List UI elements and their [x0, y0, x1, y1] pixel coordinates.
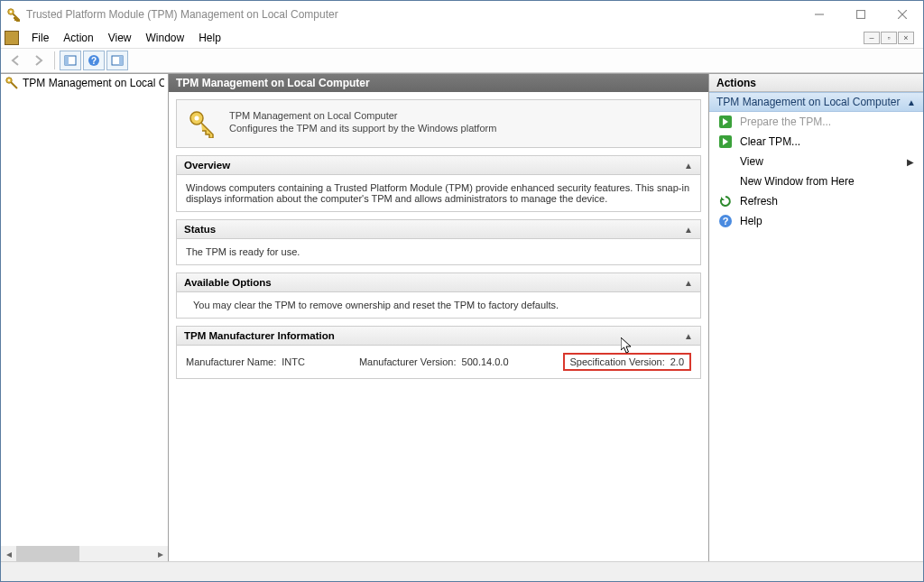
forward-button[interactable] — [28, 51, 50, 70]
action-label: Refresh — [740, 195, 778, 208]
center-pane: TPM Management on Local Computer TPM Man… — [169, 74, 709, 561]
collapse-icon: ▲ — [684, 225, 693, 235]
overview-header[interactable]: Overview ▲ — [177, 156, 700, 175]
manufacturer-name-label: Manufacturer Name: — [186, 356, 276, 367]
manufacturer-header[interactable]: TPM Manufacturer Information ▲ — [177, 327, 700, 346]
action-refresh[interactable]: Refresh — [709, 191, 923, 211]
manufacturer-name-value: INTC — [282, 356, 305, 367]
svg-rect-7 — [65, 56, 69, 65]
toolbar: ? — [1, 48, 923, 73]
intro-subtitle: Configures the TPM and its support by th… — [229, 122, 496, 134]
app-window: Trusted Platform Module (TPM) Management… — [0, 0, 924, 582]
key-icon — [188, 109, 217, 138]
svg-point-1 — [10, 11, 12, 13]
svg-text:?: ? — [91, 56, 97, 66]
tree-pane: TPM Management on Local Comp ◂ ▸ — [1, 74, 169, 561]
help-icon: ? — [718, 214, 733, 228]
arrow-right-green-icon — [718, 115, 733, 129]
menu-bar: File Action View Window Help – ▫ × — [1, 28, 923, 48]
action-new-window[interactable]: New Window from Here — [709, 171, 923, 191]
mdi-restore[interactable]: ▫ — [881, 32, 897, 44]
status-body: The TPM is ready for use. — [177, 239, 700, 264]
action-view[interactable]: View ▶ — [709, 152, 923, 171]
manufacturer-name-cell: Manufacturer Name: INTC — [186, 356, 305, 367]
status-title: Status — [184, 224, 216, 235]
options-title: Available Options — [184, 277, 272, 288]
specification-version-value: 2.0 — [670, 356, 684, 367]
submenu-arrow-icon: ▶ — [907, 157, 914, 167]
collapse-icon: ▲ — [684, 331, 693, 341]
action-label: New Window from Here — [740, 175, 855, 188]
actions-group-header[interactable]: TPM Management on Local Computer ▲ — [709, 92, 923, 112]
title-bar: Trusted Platform Module (TPM) Management… — [1, 1, 923, 28]
body: TPM Management on Local Comp ◂ ▸ TPM Man… — [1, 73, 923, 561]
blank-icon — [718, 174, 733, 189]
action-prepare-tpm: Prepare the TPM... — [709, 112, 923, 132]
minimize-button[interactable] — [799, 1, 840, 28]
status-bar — [1, 561, 923, 581]
menu-window[interactable]: Window — [139, 30, 192, 46]
action-label: Help — [740, 215, 762, 227]
mdi-minimize[interactable]: – — [864, 32, 880, 44]
show-hide-tree-button[interactable] — [60, 51, 81, 70]
tree-item-label: TPM Management on Local Comp — [23, 77, 164, 89]
manufacturer-version-value: 500.14.0.0 — [462, 356, 509, 367]
action-help[interactable]: ? Help — [709, 211, 923, 231]
menu-app-icon — [5, 31, 19, 45]
actions-group-title: TPM Management on Local Computer — [716, 96, 900, 108]
intro-panel: TPM Management on Local Computer Configu… — [176, 99, 701, 148]
specification-version-label: Specification Version: — [570, 356, 665, 367]
toolbar-separator — [54, 51, 55, 69]
options-header[interactable]: Available Options ▲ — [177, 273, 700, 292]
svg-text:?: ? — [723, 216, 729, 226]
tree-item-icon — [5, 76, 19, 90]
close-button[interactable] — [882, 1, 923, 28]
manufacturer-row: Manufacturer Name: INTC Manufacturer Ver… — [186, 353, 691, 371]
manufacturer-section: TPM Manufacturer Information ▲ Manufactu… — [176, 326, 701, 379]
svg-point-15 — [195, 116, 199, 121]
action-clear-tpm[interactable]: Clear TPM... — [709, 132, 923, 152]
menu-help[interactable]: Help — [191, 30, 228, 46]
show-hide-action-button[interactable] — [106, 51, 128, 70]
mdi-close[interactable]: × — [898, 32, 914, 44]
actions-pane: Actions TPM Management on Local Computer… — [709, 74, 923, 561]
status-header[interactable]: Status ▲ — [177, 220, 700, 239]
collapse-icon: ▲ — [684, 161, 693, 171]
actions-header: Actions — [709, 74, 923, 92]
tree-root-item[interactable]: TPM Management on Local Comp — [1, 74, 168, 92]
window-buttons — [799, 1, 923, 28]
overview-body: Windows computers containing a Trusted P… — [177, 175, 700, 211]
arrow-right-green-icon — [718, 134, 733, 149]
action-label: Clear TPM... — [740, 135, 800, 148]
manufacturer-version-cell: Manufacturer Version: 500.14.0.0 — [359, 356, 509, 367]
manufacturer-version-label: Manufacturer Version: — [359, 356, 457, 367]
menu-file[interactable]: File — [24, 30, 56, 46]
collapse-icon: ▲ — [684, 278, 693, 288]
tree-hscrollbar[interactable]: ◂ ▸ — [1, 546, 168, 561]
help-button[interactable]: ? — [83, 51, 105, 70]
menu-action[interactable]: Action — [56, 30, 100, 46]
manufacturer-body: Manufacturer Name: INTC Manufacturer Ver… — [177, 346, 700, 378]
back-button[interactable] — [5, 51, 26, 70]
scroll-thumb[interactable] — [16, 546, 79, 561]
title-bar-content: Trusted Platform Module (TPM) Management… — [6, 7, 799, 22]
options-section: Available Options ▲ You may clear the TP… — [176, 273, 701, 319]
collapse-icon: ▲ — [907, 97, 916, 107]
intro-text: TPM Management on Local Computer Configu… — [229, 109, 496, 138]
intro-title: TPM Management on Local Computer — [229, 109, 496, 122]
scroll-right-arrow[interactable]: ▸ — [152, 546, 168, 561]
refresh-icon — [718, 194, 733, 208]
overview-section: Overview ▲ Windows computers containing … — [176, 155, 701, 212]
window-title: Trusted Platform Module (TPM) Management… — [26, 8, 338, 21]
scroll-track[interactable] — [16, 546, 152, 561]
scroll-left-arrow[interactable]: ◂ — [1, 546, 16, 561]
svg-point-13 — [8, 79, 10, 81]
maximize-button[interactable] — [840, 1, 882, 28]
app-icon — [6, 7, 21, 22]
tree-scroll[interactable]: TPM Management on Local Comp — [1, 74, 168, 546]
action-label: Prepare the TPM... — [740, 115, 831, 128]
menu-view[interactable]: View — [101, 30, 139, 46]
blank-icon — [718, 154, 733, 169]
center-body[interactable]: TPM Management on Local Computer Configu… — [169, 92, 708, 561]
options-body: You may clear the TPM to remove ownershi… — [177, 292, 700, 318]
